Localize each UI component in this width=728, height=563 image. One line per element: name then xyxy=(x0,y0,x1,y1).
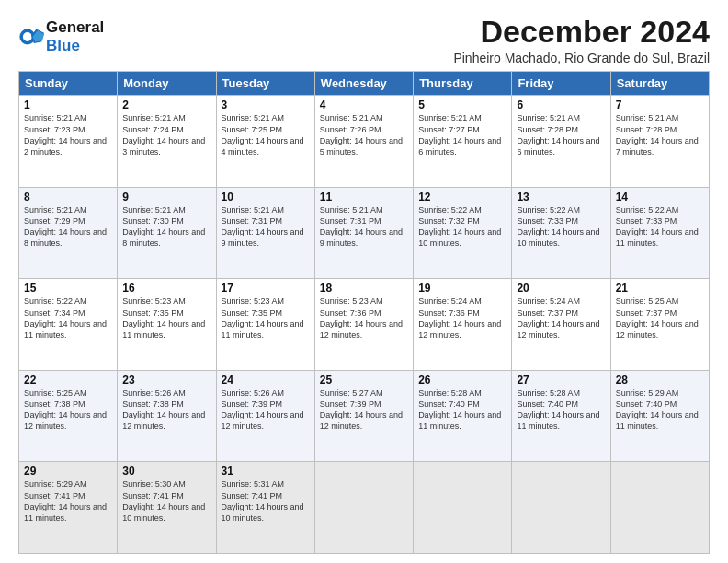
calendar-week-row: 29 Sunrise: 5:29 AM Sunset: 7:41 PM Dayl… xyxy=(19,462,710,554)
table-row: 11 Sunrise: 5:21 AM Sunset: 7:31 PM Dayl… xyxy=(314,187,413,279)
day-number: 3 xyxy=(222,98,310,111)
table-row: 14 Sunrise: 5:22 AM Sunset: 7:33 PM Dayl… xyxy=(610,187,709,279)
day-info: Sunrise: 5:23 AM Sunset: 7:36 PM Dayligh… xyxy=(320,295,408,340)
table-row: 18 Sunrise: 5:23 AM Sunset: 7:36 PM Dayl… xyxy=(314,279,413,371)
table-row: 8 Sunrise: 5:21 AM Sunset: 7:29 PM Dayli… xyxy=(19,187,118,279)
day-number: 20 xyxy=(517,282,605,294)
day-info: Sunrise: 5:23 AM Sunset: 7:35 PM Dayligh… xyxy=(122,295,210,340)
table-row: 9 Sunrise: 5:21 AM Sunset: 7:30 PM Dayli… xyxy=(118,187,216,279)
day-info: Sunrise: 5:22 AM Sunset: 7:32 PM Dayligh… xyxy=(418,204,506,249)
table-row: 15 Sunrise: 5:22 AM Sunset: 7:34 PM Dayl… xyxy=(19,279,118,371)
day-number: 1 xyxy=(24,98,112,111)
day-info: Sunrise: 5:26 AM Sunset: 7:39 PM Dayligh… xyxy=(222,387,310,432)
day-info: Sunrise: 5:22 AM Sunset: 7:34 PM Dayligh… xyxy=(24,295,112,340)
day-info: Sunrise: 5:21 AM Sunset: 7:28 PM Dayligh… xyxy=(517,112,605,157)
table-row: 17 Sunrise: 5:23 AM Sunset: 7:35 PM Dayl… xyxy=(216,279,314,371)
day-number: 29 xyxy=(24,465,112,477)
day-number: 6 xyxy=(517,98,605,111)
header-thursday: Thursday xyxy=(414,72,512,96)
day-number: 21 xyxy=(616,282,704,294)
title-block: December 2024 Pinheiro Machado, Rio Gran… xyxy=(453,15,710,65)
day-number: 9 xyxy=(122,190,210,203)
day-number: 7 xyxy=(616,98,704,111)
table-row xyxy=(512,462,610,554)
day-number: 18 xyxy=(320,282,408,294)
day-number: 8 xyxy=(24,190,112,203)
table-row: 22 Sunrise: 5:25 AM Sunset: 7:38 PM Dayl… xyxy=(19,370,118,462)
day-info: Sunrise: 5:27 AM Sunset: 7:39 PM Dayligh… xyxy=(320,387,408,432)
header-sunday: Sunday xyxy=(19,72,118,96)
calendar-week-row: 1 Sunrise: 5:21 AM Sunset: 7:23 PM Dayli… xyxy=(19,96,710,188)
calendar-week-row: 22 Sunrise: 5:25 AM Sunset: 7:38 PM Dayl… xyxy=(19,370,710,462)
calendar-header-row: Sunday Monday Tuesday Wednesday Thursday… xyxy=(19,72,710,96)
table-row: 13 Sunrise: 5:22 AM Sunset: 7:33 PM Dayl… xyxy=(512,187,610,279)
day-number: 25 xyxy=(320,373,408,386)
day-info: Sunrise: 5:21 AM Sunset: 7:25 PM Dayligh… xyxy=(222,112,310,157)
day-info: Sunrise: 5:23 AM Sunset: 7:35 PM Dayligh… xyxy=(222,295,310,340)
header-friday: Friday xyxy=(512,72,610,96)
table-row: 7 Sunrise: 5:21 AM Sunset: 7:28 PM Dayli… xyxy=(610,96,709,188)
logo-icon xyxy=(18,24,44,50)
day-info: Sunrise: 5:21 AM Sunset: 7:26 PM Dayligh… xyxy=(320,112,408,157)
table-row: 23 Sunrise: 5:26 AM Sunset: 7:38 PM Dayl… xyxy=(118,370,216,462)
day-number: 26 xyxy=(418,373,506,386)
day-info: Sunrise: 5:21 AM Sunset: 7:31 PM Dayligh… xyxy=(222,204,310,249)
day-info: Sunrise: 5:21 AM Sunset: 7:31 PM Dayligh… xyxy=(320,204,408,249)
day-number: 27 xyxy=(517,373,605,386)
calendar-week-row: 8 Sunrise: 5:21 AM Sunset: 7:29 PM Dayli… xyxy=(19,187,710,279)
table-row: 29 Sunrise: 5:29 AM Sunset: 7:41 PM Dayl… xyxy=(19,462,118,554)
day-number: 2 xyxy=(122,98,210,111)
day-number: 13 xyxy=(517,190,605,203)
day-number: 28 xyxy=(616,373,704,386)
table-row: 21 Sunrise: 5:25 AM Sunset: 7:37 PM Dayl… xyxy=(610,279,709,371)
table-row: 20 Sunrise: 5:24 AM Sunset: 7:37 PM Dayl… xyxy=(512,279,610,371)
day-number: 17 xyxy=(222,282,310,294)
table-row: 1 Sunrise: 5:21 AM Sunset: 7:23 PM Dayli… xyxy=(19,96,118,188)
day-info: Sunrise: 5:22 AM Sunset: 7:33 PM Dayligh… xyxy=(517,204,605,249)
day-info: Sunrise: 5:29 AM Sunset: 7:41 PM Dayligh… xyxy=(24,478,112,523)
day-number: 11 xyxy=(320,190,408,203)
day-info: Sunrise: 5:31 AM Sunset: 7:41 PM Dayligh… xyxy=(222,478,310,523)
day-info: Sunrise: 5:21 AM Sunset: 7:30 PM Dayligh… xyxy=(122,204,210,249)
day-number: 5 xyxy=(418,98,506,111)
day-number: 16 xyxy=(122,282,210,294)
day-number: 31 xyxy=(222,465,310,477)
day-info: Sunrise: 5:21 AM Sunset: 7:28 PM Dayligh… xyxy=(616,112,704,157)
table-row: 12 Sunrise: 5:22 AM Sunset: 7:32 PM Dayl… xyxy=(414,187,512,279)
day-number: 15 xyxy=(24,282,112,294)
table-row xyxy=(610,462,709,554)
header-tuesday: Tuesday xyxy=(216,72,314,96)
table-row: 10 Sunrise: 5:21 AM Sunset: 7:31 PM Dayl… xyxy=(216,187,314,279)
day-info: Sunrise: 5:21 AM Sunset: 7:23 PM Dayligh… xyxy=(24,112,112,157)
header-monday: Monday xyxy=(118,72,216,96)
day-info: Sunrise: 5:26 AM Sunset: 7:38 PM Dayligh… xyxy=(122,387,210,432)
day-number: 19 xyxy=(418,282,506,294)
table-row: 24 Sunrise: 5:26 AM Sunset: 7:39 PM Dayl… xyxy=(216,370,314,462)
month-title: December 2024 xyxy=(453,15,710,49)
day-info: Sunrise: 5:24 AM Sunset: 7:37 PM Dayligh… xyxy=(517,295,605,340)
table-row: 30 Sunrise: 5:30 AM Sunset: 7:41 PM Dayl… xyxy=(118,462,216,554)
subtitle: Pinheiro Machado, Rio Grande do Sul, Bra… xyxy=(453,51,710,65)
day-number: 12 xyxy=(418,190,506,203)
header: General Blue December 2024 Pinheiro Mach… xyxy=(18,15,710,65)
day-info: Sunrise: 5:28 AM Sunset: 7:40 PM Dayligh… xyxy=(517,387,605,432)
day-info: Sunrise: 5:21 AM Sunset: 7:29 PM Dayligh… xyxy=(24,204,112,249)
day-number: 14 xyxy=(616,190,704,203)
day-info: Sunrise: 5:30 AM Sunset: 7:41 PM Dayligh… xyxy=(122,478,210,523)
table-row: 4 Sunrise: 5:21 AM Sunset: 7:26 PM Dayli… xyxy=(314,96,413,188)
svg-point-1 xyxy=(23,32,32,41)
day-info: Sunrise: 5:28 AM Sunset: 7:40 PM Dayligh… xyxy=(418,387,506,432)
day-number: 23 xyxy=(122,373,210,386)
table-row: 3 Sunrise: 5:21 AM Sunset: 7:25 PM Dayli… xyxy=(216,96,314,188)
table-row: 31 Sunrise: 5:31 AM Sunset: 7:41 PM Dayl… xyxy=(216,462,314,554)
day-number: 30 xyxy=(122,465,210,477)
table-row: 19 Sunrise: 5:24 AM Sunset: 7:36 PM Dayl… xyxy=(414,279,512,371)
day-info: Sunrise: 5:21 AM Sunset: 7:24 PM Dayligh… xyxy=(122,112,210,157)
table-row: 16 Sunrise: 5:23 AM Sunset: 7:35 PM Dayl… xyxy=(118,279,216,371)
day-info: Sunrise: 5:21 AM Sunset: 7:27 PM Dayligh… xyxy=(418,112,506,157)
page: General Blue December 2024 Pinheiro Mach… xyxy=(0,0,728,563)
day-number: 22 xyxy=(24,373,112,386)
calendar-week-row: 15 Sunrise: 5:22 AM Sunset: 7:34 PM Dayl… xyxy=(19,279,710,371)
logo-text: General Blue xyxy=(46,18,104,54)
day-number: 10 xyxy=(222,190,310,203)
